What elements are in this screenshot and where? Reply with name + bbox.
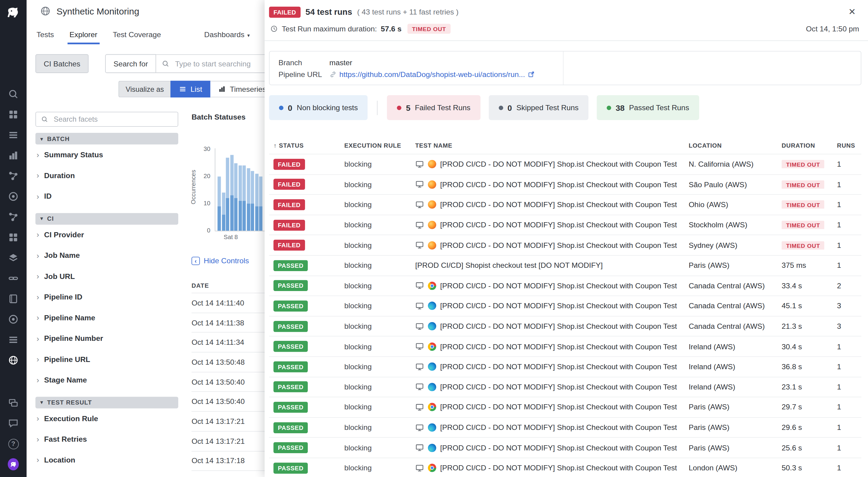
nav-security[interactable] — [8, 191, 19, 202]
device-desktop-icon — [415, 301, 424, 310]
nav-watchdog[interactable] — [8, 211, 19, 223]
status-cell: PASSED — [269, 341, 338, 352]
batch-search-input[interactable] — [174, 59, 262, 68]
test-run-row[interactable]: PASSEDblocking[PROD CI/CD - DO NOT MODIF… — [269, 356, 861, 377]
nav-connections[interactable] — [8, 273, 19, 284]
nav-screens[interactable] — [8, 397, 19, 409]
tab-tests[interactable]: Tests — [36, 31, 54, 44]
test-run-row[interactable]: PASSEDblocking[PROD CI/CD - DO NOT MODIF… — [269, 295, 861, 316]
facet-stage-name[interactable]: ›Stage Name — [35, 370, 178, 390]
test-name: [PROD CI/CD - DO NOT MODIFY] Shop.ist Ch… — [440, 403, 677, 411]
duration-cell: TIMED OUT — [775, 200, 830, 209]
test-run-row[interactable]: PASSEDblocking[PROD CI/CD - DO NOT MODIF… — [269, 377, 861, 397]
facet-label: Duration — [44, 171, 75, 180]
rail-nav — [8, 89, 19, 365]
summary-chip-non-blocking-tests[interactable]: 0Non blocking tests — [269, 95, 368, 120]
facet-duration[interactable]: ›Duration — [35, 165, 178, 186]
facet-summary-status[interactable]: ›Summary Status — [35, 144, 178, 165]
nav-help[interactable]: ? — [8, 438, 19, 449]
datadog-logo[interactable] — [6, 5, 21, 20]
nav-metrics[interactable] — [8, 150, 19, 161]
chart-plot-area — [217, 150, 262, 231]
facet-pipeline-number[interactable]: ›Pipeline Number — [35, 328, 178, 349]
test-run-row[interactable]: PASSEDblocking[PROD CI/CD] Shopist check… — [269, 255, 861, 275]
visualize-list-button[interactable]: List — [170, 81, 211, 97]
col-header-duration[interactable]: DURATION — [775, 142, 830, 149]
facet-execution-rule[interactable]: ›Execution Rule — [35, 408, 178, 429]
device-desktop-icon — [415, 322, 424, 330]
chart-bar — [238, 166, 242, 231]
edge-icon — [428, 302, 436, 310]
summary-chip-passed-test-runs[interactable]: 38Passed Test Runs — [597, 95, 699, 120]
nav-logs[interactable] — [8, 252, 19, 263]
test-run-row[interactable]: PASSEDblocking[PROD CI/CD - DO NOT MODIF… — [269, 336, 861, 356]
test-run-row[interactable]: PASSEDblocking[PROD CI/CD - DO NOT MODIF… — [269, 458, 861, 477]
visualize-as-control: Visualize as List Timeseries — [118, 81, 274, 97]
date-column-header[interactable]: DATE — [191, 282, 209, 289]
col-header-test-name[interactable]: TEST NAME — [409, 142, 682, 149]
nav-integrations[interactable] — [8, 232, 19, 243]
facet-pipeline-name[interactable]: ›Pipeline Name — [35, 307, 178, 328]
test-run-row[interactable]: PASSEDblocking[PROD CI/CD - DO NOT MODIF… — [269, 316, 861, 336]
facet-fast-retries[interactable]: ›Fast Retries — [35, 429, 178, 449]
test-runs-table: ↑STATUSEXECUTION RULETEST NAMELOCATIONDU… — [269, 134, 861, 477]
summary-chip-failed-test-runs[interactable]: 5Failed Test Runs — [387, 95, 480, 120]
test-run-row[interactable]: FAILEDblocking[PROD CI/CD - DO NOT MODIF… — [269, 235, 861, 255]
nav-notebooks[interactable] — [8, 293, 19, 304]
col-header-runs[interactable]: RUNS — [830, 142, 861, 149]
pipeline-url-link[interactable]: https://github.com/DataDog/shopist-web-u… — [330, 70, 535, 78]
chart-bar-segment — [251, 204, 254, 231]
nav-infrastructure[interactable] — [8, 109, 19, 120]
facet-search-input[interactable] — [53, 115, 173, 124]
test-run-row[interactable]: PASSEDblocking[PROD CI/CD - DO NOT MODIF… — [269, 417, 861, 437]
device-desktop-icon — [415, 362, 424, 371]
test-run-row[interactable]: FAILEDblocking[PROD CI/CD - DO NOT MODIF… — [269, 174, 861, 194]
duration-value: 45.1 s — [782, 302, 802, 310]
facet-location[interactable]: ›Location — [35, 449, 178, 470]
col-header-status[interactable]: ↑STATUS — [269, 142, 338, 149]
test-run-row[interactable]: PASSEDblocking[PROD CI/CD - DO NOT MODIF… — [269, 438, 861, 458]
facet-job-name[interactable]: ›Job Name — [35, 245, 178, 266]
facet-group-batch[interactable]: ▾BATCH — [35, 133, 178, 144]
status-dot — [499, 105, 503, 110]
edge-icon — [428, 444, 436, 452]
panel-title: 54 test runs — [306, 7, 352, 17]
nav-search[interactable] — [8, 89, 19, 100]
chevron-down-icon: ▾ — [40, 136, 43, 141]
facet-ci-provider[interactable]: ›CI Provider — [35, 224, 178, 245]
col-header-location[interactable]: LOCATION — [682, 142, 775, 149]
location-cell: Canada Central (AWS) — [682, 302, 775, 310]
hide-controls-button[interactable]: ‹ Hide Controls — [191, 257, 249, 265]
nav-service-management[interactable] — [8, 334, 19, 345]
test-run-row[interactable]: PASSEDblocking[PROD CI/CD - DO NOT MODIF… — [269, 275, 861, 295]
tab-test-coverage[interactable]: Test Coverage — [113, 31, 161, 44]
nav-bits-ai-avatar[interactable] — [8, 458, 19, 470]
status-dot — [397, 105, 402, 110]
nav-software-delivery[interactable] — [8, 314, 19, 325]
connections-icon — [8, 273, 19, 284]
nav-apm[interactable] — [8, 170, 19, 182]
infrastructure-icon — [8, 109, 19, 120]
tab-explorer[interactable]: Explorer — [69, 31, 97, 44]
facet-pipeline-url[interactable]: ›Pipeline URL — [35, 349, 178, 370]
test-run-row[interactable]: FAILEDblocking[PROD CI/CD - DO NOT MODIF… — [269, 215, 861, 235]
facet-pipeline-id[interactable]: ›Pipeline ID — [35, 286, 178, 307]
col-header-execution-rule[interactable]: EXECUTION RULE — [338, 142, 409, 149]
test-run-row[interactable]: FAILEDblocking[PROD CI/CD - DO NOT MODIF… — [269, 154, 861, 174]
facet-label: Pipeline Name — [44, 314, 95, 322]
facet-group-test-result[interactable]: ▾TEST RESULT — [35, 396, 178, 408]
test-run-row[interactable]: PASSEDblocking[PROD CI/CD - DO NOT MODIF… — [269, 397, 861, 417]
batch-search-controls: CI Batches Search for — [35, 54, 275, 73]
nav-synthetic-monitoring[interactable] — [8, 355, 19, 366]
tab-dashboards[interactable]: Dashboards▾ — [204, 31, 250, 44]
batch-timestamp: Oct 14, 1:50 pm — [806, 25, 859, 33]
facet-job-url[interactable]: ›Job URL — [35, 266, 178, 287]
test-run-row[interactable]: FAILEDblocking[PROD CI/CD - DO NOT MODIF… — [269, 194, 861, 215]
nav-support-chat[interactable] — [8, 418, 19, 429]
summary-chip-skipped-test-runs[interactable]: 0Skipped Test Runs — [489, 95, 589, 120]
facet-id[interactable]: ›ID — [35, 186, 178, 207]
nav-host-list[interactable] — [8, 129, 19, 141]
facet-group-ci[interactable]: ▾CI — [35, 213, 178, 224]
ci-batches-button[interactable]: CI Batches — [35, 54, 89, 73]
close-panel-button[interactable]: ✕ — [845, 5, 859, 18]
